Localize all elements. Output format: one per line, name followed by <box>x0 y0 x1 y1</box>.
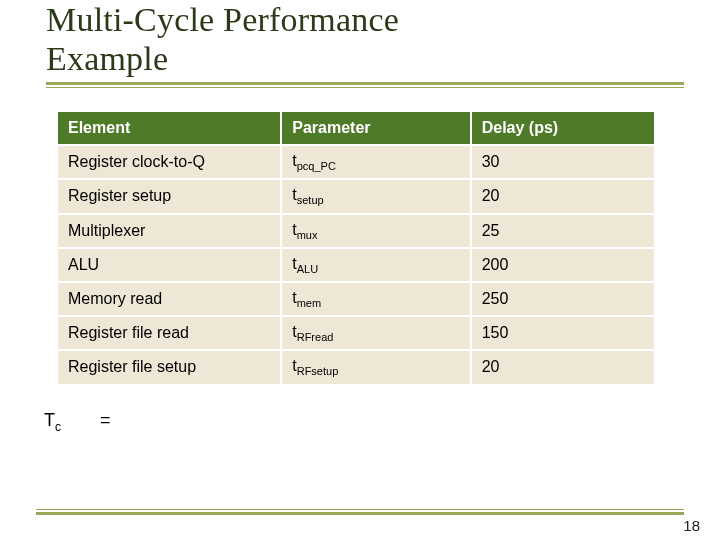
table-row: ALU tALU 200 <box>57 248 655 282</box>
slide-title: Multi-Cycle Performance Example <box>46 0 684 78</box>
cell-parameter: tRFread <box>281 316 470 350</box>
title-line-2: Example <box>46 40 168 77</box>
cell-delay: 200 <box>471 248 655 282</box>
cell-parameter: tALU <box>281 248 470 282</box>
title-underline <box>46 82 684 88</box>
table-row: Register file read tRFread 150 <box>57 316 655 350</box>
equation-equals: = <box>100 410 111 431</box>
cell-parameter: tsetup <box>281 179 470 213</box>
cell-delay: 150 <box>471 316 655 350</box>
delay-table: Element Parameter Delay (ps) Register cl… <box>56 110 656 385</box>
cell-parameter: tmem <box>281 282 470 316</box>
table-row: Register clock-to-Q tpcq_PC 30 <box>57 145 655 179</box>
cell-element: ALU <box>57 248 281 282</box>
page-number: 18 <box>683 517 700 534</box>
equation-lhs-sub: c <box>55 419 61 433</box>
col-header-parameter: Parameter <box>281 111 470 145</box>
cell-element: Register file read <box>57 316 281 350</box>
table-row: Register setup tsetup 20 <box>57 179 655 213</box>
col-header-element: Element <box>57 111 281 145</box>
cell-delay: 20 <box>471 179 655 213</box>
cell-delay: 25 <box>471 214 655 248</box>
title-line-1: Multi-Cycle Performance <box>46 1 399 38</box>
table-row: Multiplexer tmux 25 <box>57 214 655 248</box>
cell-element: Multiplexer <box>57 214 281 248</box>
cell-element: Register setup <box>57 179 281 213</box>
cell-element: Register clock-to-Q <box>57 145 281 179</box>
equation: Tc = <box>44 410 684 434</box>
cell-delay: 30 <box>471 145 655 179</box>
footer-rule <box>36 509 684 512</box>
cell-delay: 20 <box>471 350 655 384</box>
cell-parameter: tmux <box>281 214 470 248</box>
table-row: Register file setup tRFsetup 20 <box>57 350 655 384</box>
cell-parameter: tRFsetup <box>281 350 470 384</box>
col-header-delay: Delay (ps) <box>471 111 655 145</box>
equation-lhs-base: T <box>44 410 55 430</box>
title-block: Multi-Cycle Performance Example <box>36 0 684 88</box>
cell-element: Memory read <box>57 282 281 316</box>
table-header-row: Element Parameter Delay (ps) <box>57 111 655 145</box>
table-row: Memory read tmem 250 <box>57 282 655 316</box>
cell-parameter: tpcq_PC <box>281 145 470 179</box>
cell-delay: 250 <box>471 282 655 316</box>
cell-element: Register file setup <box>57 350 281 384</box>
slide: Multi-Cycle Performance Example Element … <box>0 0 720 540</box>
